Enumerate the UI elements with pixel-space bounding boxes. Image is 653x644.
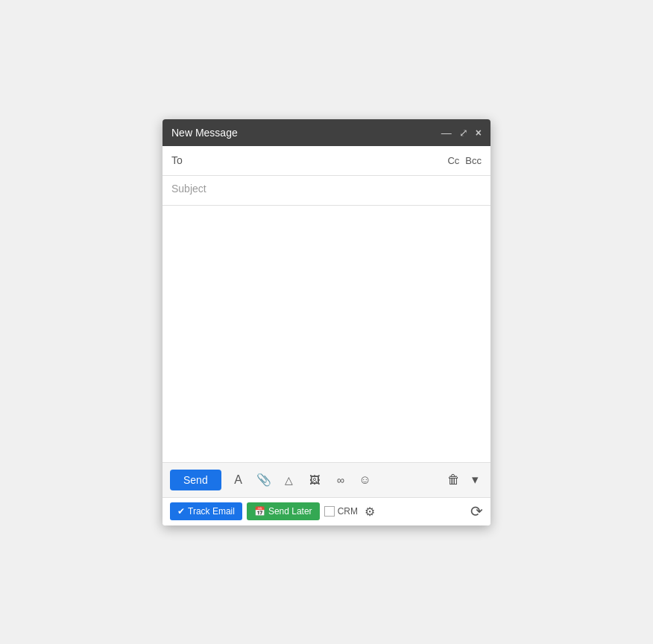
send-button[interactable]: Send [170,470,221,490]
attach-file-button[interactable]: 📎 [253,469,275,491]
bcc-link[interactable]: Bcc [465,155,482,166]
to-label: To [171,154,188,166]
close-button[interactable]: × [476,127,482,138]
body-input[interactable] [163,206,490,459]
track-email-button[interactable]: ✔ Track Email [170,502,242,520]
crm-label: CRM [338,506,358,517]
cc-link[interactable]: Cc [447,155,459,166]
google-drive-button[interactable]: △ [278,469,300,491]
link-icon: ∞ [337,474,343,486]
crm-toggle[interactable]: CRM [324,506,358,517]
calendar-icon: 📅 [254,506,265,517]
compose-window: New Message — ⤢ × To Cc Bcc Send A 📎 △ [163,119,490,525]
to-input[interactable] [192,154,447,166]
crm-checkbox[interactable] [324,506,335,517]
body-area [163,206,490,462]
subject-input[interactable] [171,183,482,195]
settings-button[interactable]: ⚙ [362,502,377,521]
title-bar: New Message — ⤢ × [163,119,490,146]
send-later-button[interactable]: 📅 Send Later [247,502,320,520]
bottom-bar: ✔ Track Email 📅 Send Later CRM ⚙ ⟳ [163,497,490,525]
discard-button[interactable]: 🗑 [443,470,464,490]
window-controls: — ⤢ × [441,127,482,138]
resize-button[interactable]: ⤢ [459,127,468,138]
insert-photo-button[interactable]: 🖼 [303,469,326,491]
emoji-icon: ☺ [359,473,371,487]
toolbar-row: Send A 📎 △ 🖼 ∞ ☺ 🗑 ▾ [163,462,490,497]
subject-row [163,176,490,206]
track-email-label: Track Email [188,506,235,517]
sync-button[interactable]: ⟳ [470,502,483,520]
format-text-button[interactable]: A [227,469,250,491]
photo-icon: 🖼 [309,474,320,486]
cc-bcc-links: Cc Bcc [447,155,482,166]
more-options-button[interactable]: ▾ [467,469,483,490]
format-text-icon: A [234,473,242,487]
insert-link-button[interactable]: ∞ [329,469,351,491]
track-check-icon: ✔ [177,506,185,517]
to-row: To Cc Bcc [163,146,490,176]
send-later-label: Send Later [268,506,312,517]
drive-icon: △ [285,474,293,486]
attach-icon: 📎 [256,473,271,487]
minimize-button[interactable]: — [441,127,452,138]
insert-emoji-button[interactable]: ☺ [354,469,376,491]
window-title: New Message [171,127,238,139]
